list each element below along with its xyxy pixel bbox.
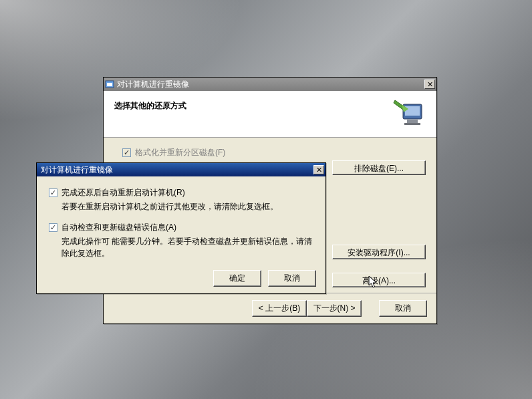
close-icon[interactable]: ✕ bbox=[313, 165, 324, 174]
side-buttons-group-2: 安装驱动程序(I)... bbox=[332, 245, 426, 259]
back-button[interactable]: < 上一步(B) bbox=[252, 300, 307, 317]
side-buttons-group-3: 高级(A)... bbox=[332, 273, 426, 287]
advanced-titlebar: 对计算机进行重镜像 ✕ bbox=[37, 163, 325, 176]
install-driver-button[interactable]: 安装驱动程序(I)... bbox=[332, 245, 426, 259]
wizard-titlebar: 对计算机进行重镜像 ✕ bbox=[104, 78, 436, 91]
advanced-body: 完成还原后自动重新启动计算机(R) 若要在重新启动计算机之前进行其他更改，请清除… bbox=[37, 176, 325, 259]
auto-reboot-row: 完成还原后自动重新启动计算机(R) bbox=[49, 187, 315, 198]
auto-check-disk-label: 自动检查和更新磁盘错误信息(A) bbox=[61, 222, 176, 233]
auto-reboot-checkbox[interactable] bbox=[49, 188, 57, 197]
ok-button[interactable]: 确定 bbox=[213, 270, 261, 287]
svg-rect-5 bbox=[404, 123, 420, 125]
svg-rect-1 bbox=[107, 83, 112, 86]
next-button[interactable]: 下一步(N) > bbox=[307, 300, 362, 317]
auto-check-disk-desc: 完成此操作可 能需要几分钟。若要手动检查磁盘并更新错误信息，请清除此复选框。 bbox=[61, 236, 315, 259]
advanced-title: 对计算机进行重镜像 bbox=[38, 164, 313, 176]
format-disk-checkbox bbox=[122, 148, 131, 157]
auto-reboot-desc: 若要在重新启动计算机之前进行其他更改，请清除此复选框。 bbox=[61, 201, 315, 213]
wizard-header-title: 选择其他的还原方式 bbox=[114, 100, 186, 112]
wizard-body: 格式化并重新分区磁盘(F) bbox=[104, 138, 436, 158]
svg-rect-3 bbox=[405, 106, 420, 116]
advanced-dialog: 对计算机进行重镜像 ✕ 完成还原后自动重新启动计算机(R) 若要在重新启动计算机… bbox=[36, 162, 326, 294]
advanced-button[interactable]: 高级(A)... bbox=[332, 273, 426, 287]
auto-check-disk-row: 自动检查和更新磁盘错误信息(A) bbox=[49, 222, 315, 233]
wizard-footer: < 上一步(B) 下一步(N) > 取消 bbox=[104, 293, 436, 323]
cancel-button[interactable]: 取消 bbox=[379, 300, 427, 317]
wizard-header: 选择其他的还原方式 bbox=[104, 91, 436, 138]
close-icon[interactable]: ✕ bbox=[424, 80, 435, 89]
side-buttons-group: 排除磁盘(E)... bbox=[332, 160, 426, 175]
wizard-title: 对计算机进行重镜像 bbox=[117, 79, 424, 90]
format-disk-row: 格式化并重新分区磁盘(F) bbox=[122, 147, 426, 158]
svg-rect-4 bbox=[407, 120, 418, 123]
restore-image-icon bbox=[392, 98, 426, 128]
exclude-disk-button[interactable]: 排除磁盘(E)... bbox=[332, 160, 426, 175]
advanced-footer: 确定 取消 bbox=[37, 270, 325, 287]
window-icon bbox=[105, 80, 114, 89]
auto-reboot-label: 完成还原后自动重新启动计算机(R) bbox=[61, 187, 185, 198]
adv-cancel-button[interactable]: 取消 bbox=[268, 270, 316, 287]
format-disk-label: 格式化并重新分区磁盘(F) bbox=[135, 147, 225, 158]
auto-check-disk-checkbox[interactable] bbox=[49, 223, 57, 232]
